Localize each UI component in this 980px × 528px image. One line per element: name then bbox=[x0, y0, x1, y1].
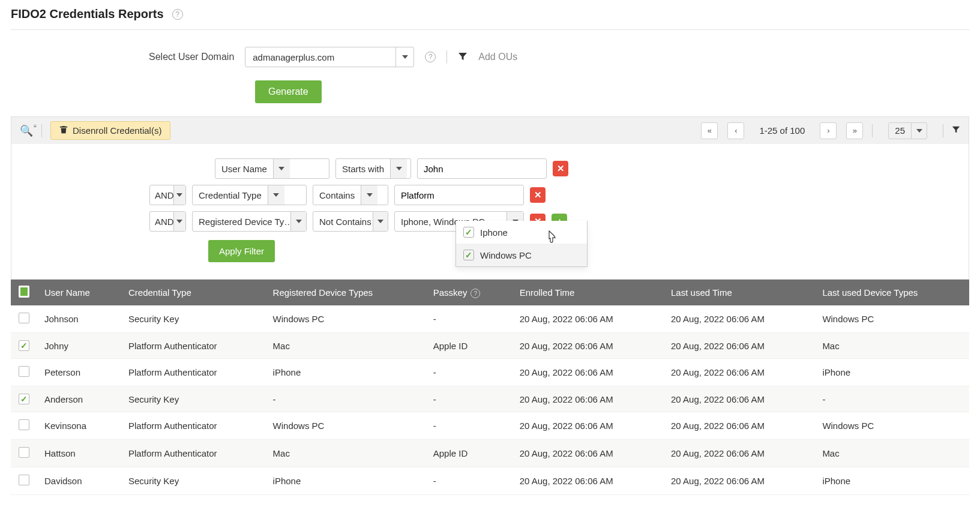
column-header[interactable]: Credential Type bbox=[121, 280, 266, 305]
chevron-down-icon bbox=[173, 185, 185, 205]
table-cell: Hattson bbox=[37, 440, 121, 467]
table-cell: Security Key bbox=[121, 305, 266, 333]
column-header[interactable]: User Name bbox=[37, 280, 121, 305]
filter-op-value: Starts with bbox=[336, 159, 390, 178]
pager-prev-button[interactable]: ‹ bbox=[727, 122, 744, 139]
separator bbox=[872, 124, 873, 137]
filter-value-dropdown[interactable]: Iphone Windows PC bbox=[455, 221, 588, 267]
disenroll-button[interactable]: Disenroll Credential(s) bbox=[50, 121, 170, 140]
row-checkbox[interactable] bbox=[19, 366, 29, 377]
table-cell: 20 Aug, 2022 06:06 AM bbox=[513, 333, 664, 359]
search-icon[interactable]: 🔍 bbox=[20, 124, 33, 137]
table-cell: 20 Aug, 2022 06:06 AM bbox=[664, 412, 815, 440]
pager-last-button[interactable]: » bbox=[846, 122, 863, 139]
table-row: PetersonPlatform AuthenticatoriPhone-20 … bbox=[11, 359, 969, 386]
table-cell: 20 Aug, 2022 06:06 AM bbox=[513, 386, 664, 412]
page-size-select[interactable]: 25 bbox=[888, 122, 927, 139]
dropdown-option-iphone[interactable]: Iphone bbox=[456, 221, 587, 244]
dropdown-option-label: Windows PC bbox=[480, 250, 532, 260]
filter-toggle-icon[interactable] bbox=[952, 125, 960, 136]
column-header[interactable]: Last used Device Types bbox=[815, 280, 969, 305]
row-checkbox[interactable] bbox=[19, 313, 29, 323]
table-cell: Mac bbox=[266, 440, 426, 467]
table-cell: 20 Aug, 2022 06:06 AM bbox=[664, 386, 815, 412]
row-checkbox[interactable] bbox=[19, 340, 29, 351]
funnel-icon[interactable] bbox=[458, 52, 467, 63]
table-cell: 20 Aug, 2022 06:06 AM bbox=[664, 440, 815, 467]
filter-delete-button[interactable]: ✕ bbox=[530, 187, 546, 203]
table-cell: Platform Authenticator bbox=[121, 359, 266, 386]
filter-field-select-2[interactable]: Registered Device Ty… bbox=[192, 211, 307, 232]
chevron-down-icon bbox=[173, 212, 185, 231]
table-cell: - bbox=[426, 305, 513, 333]
table-cell: 20 Aug, 2022 06:06 AM bbox=[664, 467, 815, 495]
column-header[interactable]: Enrolled Time bbox=[513, 280, 664, 305]
filter-field-value: Credential Type bbox=[193, 185, 268, 205]
help-icon[interactable]: ? bbox=[425, 52, 436, 62]
separator bbox=[446, 50, 447, 64]
table-cell: Security Key bbox=[121, 386, 266, 412]
help-icon[interactable]: ? bbox=[172, 9, 183, 20]
filter-logic-select-1[interactable]: AND bbox=[149, 185, 186, 205]
row-checkbox[interactable] bbox=[19, 475, 29, 485]
table-cell: 20 Aug, 2022 06:06 AM bbox=[513, 440, 664, 467]
table-cell: Anderson bbox=[37, 386, 121, 412]
table-cell: 20 Aug, 2022 06:06 AM bbox=[513, 359, 664, 386]
filter-value-input-1[interactable] bbox=[394, 185, 524, 205]
chevron-down-icon bbox=[373, 212, 388, 231]
table-cell: Platform Authenticator bbox=[121, 412, 266, 440]
help-icon[interactable]: ? bbox=[470, 289, 480, 298]
select-all-checkbox[interactable] bbox=[19, 286, 29, 298]
filter-logic-value: AND bbox=[150, 185, 173, 205]
table-cell: Windows PC bbox=[266, 305, 426, 333]
filter-logic-select-2[interactable]: AND bbox=[149, 211, 186, 232]
chevron-down-icon bbox=[395, 47, 413, 67]
chevron-down-icon bbox=[290, 212, 306, 231]
table-cell: Windows PC bbox=[815, 305, 969, 333]
table-row: HattsonPlatform AuthenticatorMacApple ID… bbox=[11, 440, 969, 467]
chevron-down-icon bbox=[273, 159, 290, 178]
domain-select-value: admanagerplus.com bbox=[245, 47, 395, 67]
chevron-down-icon bbox=[390, 159, 407, 178]
pager-next-button[interactable]: › bbox=[820, 122, 837, 139]
table-cell: Platform Authenticator bbox=[121, 440, 266, 467]
filter-op-select-1[interactable]: Contains bbox=[313, 185, 388, 205]
separator bbox=[943, 124, 943, 137]
row-checkbox[interactable] bbox=[19, 394, 29, 404]
column-header[interactable]: Last used Time bbox=[664, 280, 815, 305]
chevron-down-icon bbox=[911, 123, 927, 139]
table-cell: - bbox=[426, 386, 513, 412]
add-ous-link[interactable]: Add OUs bbox=[478, 52, 517, 62]
row-checkbox[interactable] bbox=[19, 419, 29, 430]
filter-op-select-2[interactable]: Not Contains bbox=[313, 211, 388, 232]
chevron-down-icon bbox=[268, 185, 284, 205]
table-cell: iPhone bbox=[815, 359, 969, 386]
table-cell: 20 Aug, 2022 06:06 AM bbox=[513, 412, 664, 440]
table-cell: Mac bbox=[266, 333, 426, 359]
generate-button[interactable]: Generate bbox=[255, 80, 322, 103]
filter-value-input-0[interactable] bbox=[417, 158, 547, 179]
domain-select[interactable]: admanagerplus.com bbox=[245, 47, 414, 67]
domain-label: Select User Domain bbox=[149, 52, 234, 62]
filter-op-select-0[interactable]: Starts with bbox=[335, 158, 411, 179]
page-title: FIDO2 Credentials Reports bbox=[11, 7, 164, 21]
filter-field-select-1[interactable]: Credential Type bbox=[192, 185, 307, 205]
page-size-value: 25 bbox=[889, 123, 911, 139]
apply-filter-button[interactable]: Apply Filter bbox=[208, 240, 275, 262]
column-header[interactable]: Passkey? bbox=[426, 280, 513, 305]
table-cell: Peterson bbox=[37, 359, 121, 386]
table-row: DavidsonSecurity KeyiPhone-20 Aug, 2022 … bbox=[11, 467, 969, 495]
dropdown-option-windows-pc[interactable]: Windows PC bbox=[456, 244, 587, 266]
table-cell: Johnson bbox=[37, 305, 121, 333]
filter-field-select-0[interactable]: User Name bbox=[215, 158, 329, 179]
filter-delete-button[interactable]: ✕ bbox=[553, 161, 568, 176]
table-cell: Mac bbox=[815, 333, 969, 359]
table-cell: - bbox=[426, 359, 513, 386]
column-header[interactable]: Registered Device Types bbox=[266, 280, 426, 305]
filter-op-value: Contains bbox=[313, 185, 361, 205]
table-cell: - bbox=[815, 386, 969, 412]
filter-logic-value: AND bbox=[150, 212, 173, 231]
table-cell: 20 Aug, 2022 06:06 AM bbox=[664, 359, 815, 386]
pager-first-button[interactable]: « bbox=[701, 122, 718, 139]
row-checkbox[interactable] bbox=[19, 447, 29, 458]
